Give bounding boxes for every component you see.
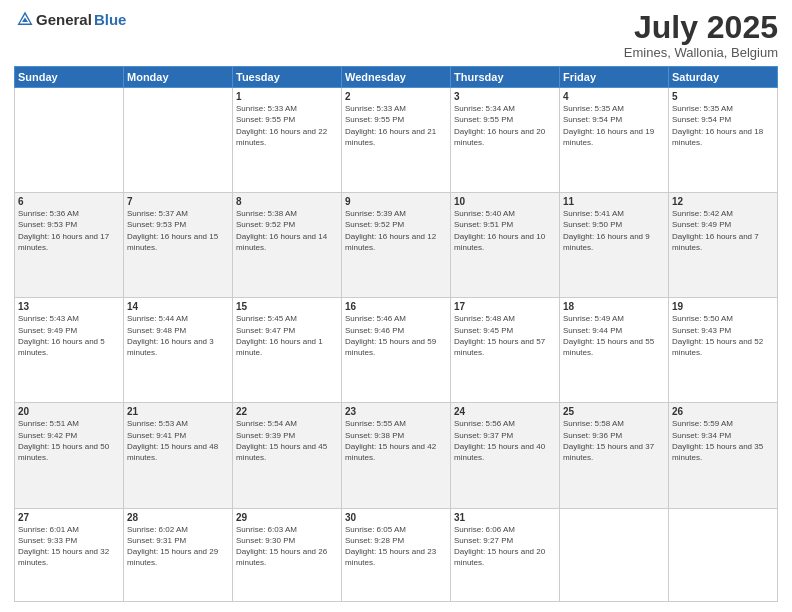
calendar-cell: 25Sunrise: 5:58 AM Sunset: 9:36 PM Dayli… <box>560 403 669 508</box>
calendar-header-monday: Monday <box>124 67 233 88</box>
calendar-cell: 2Sunrise: 5:33 AM Sunset: 9:55 PM Daylig… <box>342 88 451 193</box>
title-block: July 2025 Emines, Wallonia, Belgium <box>624 10 778 60</box>
cell-text: Sunrise: 5:51 AM Sunset: 9:42 PM Dayligh… <box>18 418 120 463</box>
cell-text: Sunrise: 5:59 AM Sunset: 9:34 PM Dayligh… <box>672 418 774 463</box>
cell-text: Sunrise: 5:45 AM Sunset: 9:47 PM Dayligh… <box>236 313 338 358</box>
cell-text: Sunrise: 5:58 AM Sunset: 9:36 PM Dayligh… <box>563 418 665 463</box>
cell-text: Sunrise: 5:33 AM Sunset: 9:55 PM Dayligh… <box>236 103 338 148</box>
day-number: 15 <box>236 301 338 312</box>
calendar-week-row: 1Sunrise: 5:33 AM Sunset: 9:55 PM Daylig… <box>15 88 778 193</box>
cell-text: Sunrise: 5:55 AM Sunset: 9:38 PM Dayligh… <box>345 418 447 463</box>
day-number: 26 <box>672 406 774 417</box>
logo-blue: Blue <box>94 11 127 28</box>
day-number: 8 <box>236 196 338 207</box>
calendar-cell: 16Sunrise: 5:46 AM Sunset: 9:46 PM Dayli… <box>342 298 451 403</box>
cell-text: Sunrise: 5:35 AM Sunset: 9:54 PM Dayligh… <box>672 103 774 148</box>
cell-text: Sunrise: 5:46 AM Sunset: 9:46 PM Dayligh… <box>345 313 447 358</box>
day-number: 25 <box>563 406 665 417</box>
calendar-cell <box>669 508 778 601</box>
logo-icon <box>16 10 34 28</box>
calendar-cell: 14Sunrise: 5:44 AM Sunset: 9:48 PM Dayli… <box>124 298 233 403</box>
calendar-cell: 11Sunrise: 5:41 AM Sunset: 9:50 PM Dayli… <box>560 193 669 298</box>
day-number: 12 <box>672 196 774 207</box>
calendar-week-row: 27Sunrise: 6:01 AM Sunset: 9:33 PM Dayli… <box>15 508 778 601</box>
calendar-header-sunday: Sunday <box>15 67 124 88</box>
day-number: 7 <box>127 196 229 207</box>
cell-text: Sunrise: 5:33 AM Sunset: 9:55 PM Dayligh… <box>345 103 447 148</box>
cell-text: Sunrise: 5:36 AM Sunset: 9:53 PM Dayligh… <box>18 208 120 253</box>
header: GeneralBlue July 2025 Emines, Wallonia, … <box>14 10 778 60</box>
day-number: 31 <box>454 512 556 523</box>
calendar-week-row: 13Sunrise: 5:43 AM Sunset: 9:49 PM Dayli… <box>15 298 778 403</box>
calendar-cell <box>560 508 669 601</box>
page: GeneralBlue July 2025 Emines, Wallonia, … <box>0 0 792 612</box>
day-number: 16 <box>345 301 447 312</box>
day-number: 28 <box>127 512 229 523</box>
cell-text: Sunrise: 6:02 AM Sunset: 9:31 PM Dayligh… <box>127 524 229 569</box>
calendar-cell: 24Sunrise: 5:56 AM Sunset: 9:37 PM Dayli… <box>451 403 560 508</box>
day-number: 3 <box>454 91 556 102</box>
calendar-header-friday: Friday <box>560 67 669 88</box>
calendar-cell: 22Sunrise: 5:54 AM Sunset: 9:39 PM Dayli… <box>233 403 342 508</box>
cell-text: Sunrise: 5:41 AM Sunset: 9:50 PM Dayligh… <box>563 208 665 253</box>
calendar-header-saturday: Saturday <box>669 67 778 88</box>
day-number: 10 <box>454 196 556 207</box>
cell-text: Sunrise: 5:35 AM Sunset: 9:54 PM Dayligh… <box>563 103 665 148</box>
day-number: 19 <box>672 301 774 312</box>
day-number: 11 <box>563 196 665 207</box>
calendar-cell: 6Sunrise: 5:36 AM Sunset: 9:53 PM Daylig… <box>15 193 124 298</box>
calendar-cell: 13Sunrise: 5:43 AM Sunset: 9:49 PM Dayli… <box>15 298 124 403</box>
day-number: 20 <box>18 406 120 417</box>
calendar-cell: 8Sunrise: 5:38 AM Sunset: 9:52 PM Daylig… <box>233 193 342 298</box>
calendar-cell: 9Sunrise: 5:39 AM Sunset: 9:52 PM Daylig… <box>342 193 451 298</box>
day-number: 14 <box>127 301 229 312</box>
day-number: 13 <box>18 301 120 312</box>
calendar-cell: 20Sunrise: 5:51 AM Sunset: 9:42 PM Dayli… <box>15 403 124 508</box>
day-number: 18 <box>563 301 665 312</box>
calendar-cell <box>15 88 124 193</box>
calendar-header-thursday: Thursday <box>451 67 560 88</box>
logo-general: General <box>36 11 92 28</box>
day-number: 24 <box>454 406 556 417</box>
cell-text: Sunrise: 5:48 AM Sunset: 9:45 PM Dayligh… <box>454 313 556 358</box>
calendar: SundayMondayTuesdayWednesdayThursdayFrid… <box>14 66 778 602</box>
day-number: 17 <box>454 301 556 312</box>
calendar-cell: 12Sunrise: 5:42 AM Sunset: 9:49 PM Dayli… <box>669 193 778 298</box>
cell-text: Sunrise: 5:42 AM Sunset: 9:49 PM Dayligh… <box>672 208 774 253</box>
calendar-cell <box>124 88 233 193</box>
calendar-cell: 27Sunrise: 6:01 AM Sunset: 9:33 PM Dayli… <box>15 508 124 601</box>
calendar-cell: 10Sunrise: 5:40 AM Sunset: 9:51 PM Dayli… <box>451 193 560 298</box>
day-number: 30 <box>345 512 447 523</box>
calendar-cell: 19Sunrise: 5:50 AM Sunset: 9:43 PM Dayli… <box>669 298 778 403</box>
calendar-cell: 21Sunrise: 5:53 AM Sunset: 9:41 PM Dayli… <box>124 403 233 508</box>
calendar-cell: 18Sunrise: 5:49 AM Sunset: 9:44 PM Dayli… <box>560 298 669 403</box>
day-number: 23 <box>345 406 447 417</box>
cell-text: Sunrise: 5:39 AM Sunset: 9:52 PM Dayligh… <box>345 208 447 253</box>
calendar-week-row: 20Sunrise: 5:51 AM Sunset: 9:42 PM Dayli… <box>15 403 778 508</box>
calendar-cell: 31Sunrise: 6:06 AM Sunset: 9:27 PM Dayli… <box>451 508 560 601</box>
calendar-header-tuesday: Tuesday <box>233 67 342 88</box>
cell-text: Sunrise: 5:50 AM Sunset: 9:43 PM Dayligh… <box>672 313 774 358</box>
cell-text: Sunrise: 5:40 AM Sunset: 9:51 PM Dayligh… <box>454 208 556 253</box>
cell-text: Sunrise: 6:03 AM Sunset: 9:30 PM Dayligh… <box>236 524 338 569</box>
cell-text: Sunrise: 5:49 AM Sunset: 9:44 PM Dayligh… <box>563 313 665 358</box>
day-number: 29 <box>236 512 338 523</box>
month-title: July 2025 <box>624 10 778 45</box>
cell-text: Sunrise: 5:54 AM Sunset: 9:39 PM Dayligh… <box>236 418 338 463</box>
calendar-header-row: SundayMondayTuesdayWednesdayThursdayFrid… <box>15 67 778 88</box>
calendar-cell: 26Sunrise: 5:59 AM Sunset: 9:34 PM Dayli… <box>669 403 778 508</box>
day-number: 5 <box>672 91 774 102</box>
cell-text: Sunrise: 5:43 AM Sunset: 9:49 PM Dayligh… <box>18 313 120 358</box>
calendar-cell: 30Sunrise: 6:05 AM Sunset: 9:28 PM Dayli… <box>342 508 451 601</box>
cell-text: Sunrise: 5:37 AM Sunset: 9:53 PM Dayligh… <box>127 208 229 253</box>
cell-text: Sunrise: 5:34 AM Sunset: 9:55 PM Dayligh… <box>454 103 556 148</box>
cell-text: Sunrise: 5:53 AM Sunset: 9:41 PM Dayligh… <box>127 418 229 463</box>
day-number: 4 <box>563 91 665 102</box>
calendar-header-wednesday: Wednesday <box>342 67 451 88</box>
calendar-week-row: 6Sunrise: 5:36 AM Sunset: 9:53 PM Daylig… <box>15 193 778 298</box>
day-number: 9 <box>345 196 447 207</box>
cell-text: Sunrise: 6:06 AM Sunset: 9:27 PM Dayligh… <box>454 524 556 569</box>
location-title: Emines, Wallonia, Belgium <box>624 45 778 60</box>
calendar-cell: 1Sunrise: 5:33 AM Sunset: 9:55 PM Daylig… <box>233 88 342 193</box>
day-number: 27 <box>18 512 120 523</box>
